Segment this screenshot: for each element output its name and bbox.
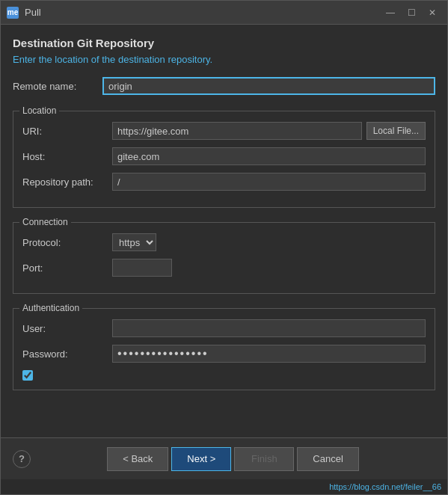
uri-input[interactable] (112, 122, 362, 140)
user-input[interactable] (112, 319, 426, 337)
location-legend: Location (19, 105, 59, 116)
remote-name-label: Remote name: (13, 81, 102, 92)
repo-path-input[interactable] (112, 173, 426, 191)
authentication-legend: Authentication (19, 303, 82, 313)
port-label: Port: (22, 262, 112, 274)
location-fieldset: Location URI: Local File... Host: Reposi… (13, 105, 435, 208)
password-row: Password: (22, 345, 426, 363)
watermark-text: https://blog.csdn.net/feiler__66 (329, 482, 441, 491)
page-title: Destination Git Repository (13, 37, 435, 49)
protocol-select[interactable]: https http git ssh (112, 233, 156, 251)
next-button[interactable]: Next > (171, 447, 231, 471)
uri-label: URI: (22, 126, 112, 137)
connection-legend: Connection (19, 217, 71, 227)
store-row (22, 370, 426, 381)
window-title: Pull (25, 7, 381, 18)
title-bar: me Pull — ☐ ✕ (1, 1, 447, 25)
title-bar-controls: — ☐ ✕ (381, 5, 441, 20)
finish-button[interactable]: Finish (234, 447, 294, 471)
port-input[interactable] (112, 259, 172, 277)
uri-row: URI: Local File... (22, 122, 426, 140)
authentication-fieldset: Authentication User: Password: (13, 303, 435, 390)
back-button[interactable]: < Back (107, 447, 168, 471)
bottom-bar: ? < Back Next > Finish Cancel (1, 437, 447, 479)
local-file-button[interactable]: Local File... (366, 122, 426, 140)
password-label: Password: (22, 348, 112, 360)
main-content: Destination Git Repository Enter the loc… (1, 25, 447, 437)
minimize-button[interactable]: — (381, 5, 399, 20)
remote-name-row: Remote name: (13, 77, 435, 95)
bottom-buttons: < Back Next > Finish Cancel (31, 447, 435, 471)
watermark-bar: https://blog.csdn.net/feiler__66 (1, 479, 447, 494)
window: me Pull — ☐ ✕ Destination Git Repository… (0, 0, 448, 495)
cancel-button[interactable]: Cancel (297, 447, 358, 471)
help-button[interactable]: ? (13, 450, 31, 468)
maximize-button[interactable]: ☐ (402, 5, 420, 20)
remote-name-input[interactable] (102, 77, 435, 95)
host-row: Host: (22, 147, 426, 165)
host-input[interactable] (112, 147, 426, 165)
icon-label: me (7, 8, 18, 16)
close-button[interactable]: ✕ (423, 5, 441, 20)
app-icon: me (7, 7, 19, 19)
repo-path-row: Repository path: (22, 173, 426, 191)
host-label: Host: (22, 151, 112, 162)
password-input[interactable] (112, 345, 426, 363)
port-row: Port: (22, 259, 426, 277)
protocol-label: Protocol: (22, 237, 112, 248)
page-subtitle: Enter the location of the destination re… (13, 54, 435, 65)
store-checkbox[interactable] (22, 370, 33, 381)
user-row: User: (22, 319, 426, 337)
user-label: User: (22, 323, 112, 334)
protocol-row: Protocol: https http git ssh (22, 233, 426, 251)
connection-fieldset: Connection Protocol: https http git ssh … (13, 217, 435, 294)
repo-path-label: Repository path: (22, 176, 112, 188)
